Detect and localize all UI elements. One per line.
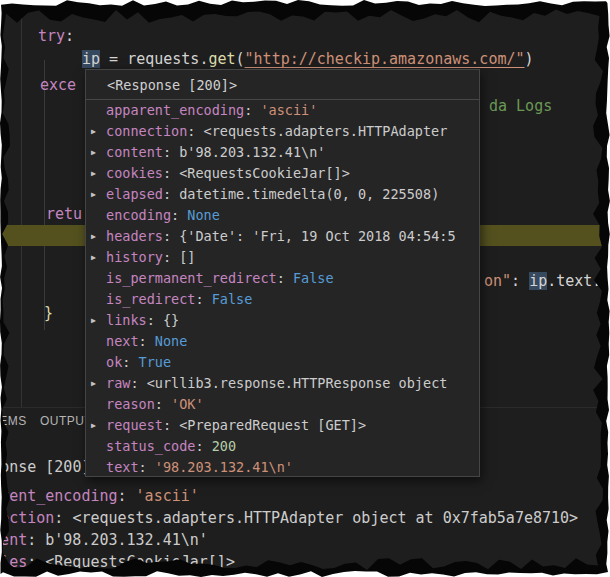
punctuation: : — [65, 27, 74, 45]
separator: : — [139, 333, 155, 349]
separator: : — [171, 207, 187, 223]
expand-arrow-icon[interactable]: ▶ — [91, 184, 96, 205]
variable-name: text — [106, 459, 139, 475]
variable-value: <requests.adapters.HTTPAdapter — [204, 123, 448, 139]
variable-row[interactable]: reason: 'OK' — [86, 394, 479, 415]
separator: : — [163, 144, 179, 160]
string-fragment: on" — [484, 272, 511, 290]
separator: : — [244, 102, 260, 118]
closing-brace: } — [44, 304, 53, 322]
variable-name: history — [106, 249, 163, 265]
variable-row[interactable]: ▶history: [] — [86, 247, 479, 268]
variable-value: {} — [163, 312, 179, 328]
separator: : — [163, 249, 179, 265]
popup-header-response: <Response [200]> — [86, 70, 479, 100]
debug-hover-popup[interactable]: <Response [200]> apparent_encoding: 'asc… — [85, 69, 480, 477]
console-line: content: b'98.203.132.41\n' — [0, 530, 208, 550]
variable-value: b'98.203.132.41\n' — [179, 144, 325, 160]
code-line-request[interactable]: ip = requests.get("http://checkip.amazon… — [82, 49, 534, 69]
variable-value: datetime.timedelta(0, 0, 225508) — [179, 186, 439, 202]
variable-row[interactable]: encoding: None — [86, 205, 479, 226]
expand-arrow-icon[interactable]: ▶ — [91, 142, 96, 163]
expand-arrow-icon[interactable]: ▶ — [91, 247, 96, 268]
code-line-return[interactable]: retu — [46, 204, 82, 224]
variable-row[interactable]: ▶links: {} — [86, 310, 479, 331]
variable-row[interactable]: ▶raw: <urllib3.response.HTTPResponse obj… — [86, 373, 479, 394]
separator: : — [147, 312, 163, 328]
console-line: connection: <requests.adapters.HTTPAdapt… — [0, 508, 578, 528]
console-value: b'98.203.132.41\n' — [45, 531, 208, 549]
method-get: get — [208, 50, 235, 68]
expand-arrow-icon[interactable]: ▶ — [91, 415, 96, 436]
variable-name: encoding — [106, 207, 171, 223]
variable-value: [] — [179, 249, 195, 265]
variable-ip[interactable]: ip — [82, 50, 100, 68]
variable-value: '98.203.132.41\n' — [155, 459, 293, 475]
variable-value: 'OK' — [171, 396, 204, 412]
screenshot-stage: try: ip = requests.get("http://checkip.a… — [0, 0, 610, 577]
expand-arrow-icon[interactable]: ▶ — [91, 226, 96, 247]
variable-row[interactable]: ok: True — [86, 352, 479, 373]
variable-value: False — [293, 270, 334, 286]
variable-row[interactable]: ▶cookies: <RequestsCookieJar[]> — [86, 163, 479, 184]
indent-guide — [21, 14, 22, 408]
variable-row[interactable]: ▶request: <PreparedRequest [GET]> — [86, 415, 479, 436]
variable-value: 200 — [212, 438, 236, 454]
punctuation: ( — [236, 50, 245, 68]
expand-arrow-icon[interactable]: ▶ — [91, 121, 96, 142]
variable-value: None — [187, 207, 220, 223]
variable-row[interactable]: text: '98.203.132.41\n' — [86, 457, 479, 477]
code-line-closing-brace[interactable]: } — [44, 303, 53, 323]
keyword-except-fragment: exce — [40, 76, 76, 94]
variable-name: status_code — [106, 438, 195, 454]
expand-arrow-icon[interactable]: ▶ — [91, 163, 96, 184]
variable-row[interactable]: ▶elapsed: datetime.timedelta(0, 0, 22550… — [86, 184, 479, 205]
variable-name: headers — [106, 228, 163, 244]
variable-name: reason — [106, 396, 155, 412]
url-string[interactable]: "http://checkip.amazonaws.com/" — [245, 50, 525, 68]
separator: : — [122, 354, 138, 370]
separator: : — [155, 396, 171, 412]
variable-value: <RequestsCookieJar[]> — [179, 165, 350, 181]
separator: : — [163, 228, 179, 244]
separator: : — [277, 270, 293, 286]
expand-arrow-icon[interactable]: ▶ — [91, 373, 96, 394]
punctuation: ) — [525, 50, 534, 68]
separator: : — [163, 186, 179, 202]
variable-row[interactable]: next: None — [86, 331, 479, 352]
console-value: <requests.adapters.HTTPAdapter object at… — [72, 509, 578, 527]
variable-name: next — [106, 333, 139, 349]
variable-name: is_permanent_redirect — [106, 270, 277, 286]
variable-row[interactable]: status_code: 200 — [86, 436, 479, 457]
separator: : — [139, 459, 155, 475]
variable-ip[interactable]: ip — [529, 272, 547, 290]
variable-name: content — [106, 144, 163, 160]
code-line-location-fragment[interactable]: on": ip.text.r — [484, 271, 610, 291]
variable-row[interactable]: ▶content: b'98.203.132.41\n' — [86, 142, 479, 163]
separator: : — [130, 375, 146, 391]
expand-arrow-icon[interactable]: ▶ — [91, 310, 96, 331]
punctuation: : — [511, 272, 529, 290]
variable-name: request — [106, 417, 163, 433]
keyword-try: try — [38, 27, 65, 45]
variable-name: elapsed — [106, 186, 163, 202]
separator: : — [163, 165, 179, 181]
variable-name: raw — [106, 375, 130, 391]
variable-row[interactable]: is_redirect: False — [86, 289, 479, 310]
vscode-window: try: ip = requests.get("http://checkip.a… — [0, 0, 610, 577]
variable-row[interactable]: apparent_encoding: 'ascii' — [86, 100, 479, 121]
comment-text: da Logs — [489, 97, 552, 115]
code-line-except[interactable]: exce — [40, 75, 76, 95]
variable-value: False — [212, 291, 253, 307]
separator: : — [163, 417, 179, 433]
variable-row[interactable]: ▶connection: <requests.adapters.HTTPAdap… — [86, 121, 479, 142]
variable-row[interactable]: ▶headers: {'Date': 'Fri, 19 Oct 2018 04:… — [86, 226, 479, 247]
console-line: apparent_encoding: 'ascii' — [0, 486, 199, 506]
variable-value: 'ascii' — [260, 102, 317, 118]
code-line-try[interactable]: try: — [38, 26, 74, 46]
variable-row[interactable]: is_permanent_redirect: False — [86, 268, 479, 289]
variable-value: {'Date': 'Fri, 19 Oct 2018 04:54:5 — [179, 228, 455, 244]
variable-value: None — [155, 333, 188, 349]
separator: : — [118, 487, 136, 505]
variable-name: ok — [106, 354, 122, 370]
